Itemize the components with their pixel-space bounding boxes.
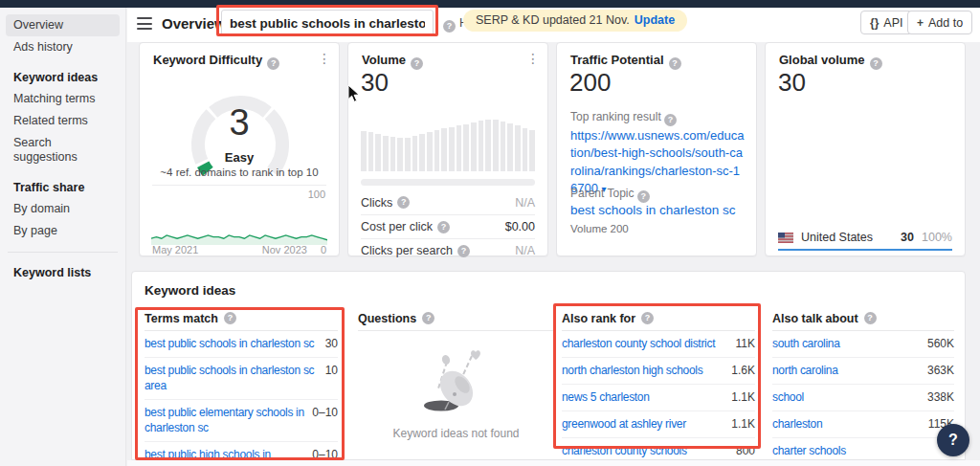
sidebar-item-keyword-ideas: Keyword ideas xyxy=(6,67,120,88)
volume-value: 30 xyxy=(361,68,389,98)
keyword-ideas-panel: Keyword ideas Terms match?best public sc… xyxy=(131,271,966,460)
volume-bar xyxy=(479,121,484,171)
keyword-link[interactable]: south carolina xyxy=(772,336,927,351)
keyword-difficulty-card: Keyword Difficulty? ⋮ 3 Easy ~4 ref. dom… xyxy=(139,42,340,256)
help-icon[interactable]: ? xyxy=(637,190,650,203)
help-fab-button[interactable]: ? xyxy=(937,424,969,456)
keyword-link[interactable]: charleston xyxy=(772,416,928,432)
add-to-button[interactable]: +Add to xyxy=(907,11,972,34)
help-icon[interactable]: ? xyxy=(437,221,450,233)
kd-score: 3 xyxy=(140,102,339,144)
global-volume-card: Global volume? 30 United States 30 100% xyxy=(765,42,966,256)
help-icon[interactable]: ? xyxy=(224,312,236,324)
keyword-search-input[interactable] xyxy=(221,10,434,36)
keyword-volume: 1.1K xyxy=(731,416,755,431)
kd-history-sparkline xyxy=(151,219,327,246)
volume-card-title: Volume xyxy=(362,53,406,67)
help-icon[interactable]: ? xyxy=(864,312,877,324)
traffic-potential-card: Traffic Potential? 200 Top ranking resul… xyxy=(556,42,757,256)
keyword-row: best public schools in charleston sc30 xyxy=(145,331,338,358)
keyword-row: charter schools xyxy=(772,438,954,460)
help-icon[interactable]: ? xyxy=(457,245,470,257)
api-button[interactable]: {}API xyxy=(860,11,913,34)
kd-level-label: Easy xyxy=(140,150,339,165)
keyword-row: greenwood at ashley river1.1K xyxy=(562,411,755,438)
tp-value: 200 xyxy=(569,68,611,98)
volume-bar xyxy=(501,122,506,171)
kebab-menu-icon[interactable]: ⋮ xyxy=(318,51,331,66)
volume-bar xyxy=(463,124,469,171)
volume-metrics-list: Clicks?N/ACost per click?$0.00Clicks per… xyxy=(361,190,535,262)
keyword-link[interactable]: charter schools xyxy=(772,443,954,458)
keyword-volume: 30 xyxy=(325,336,338,350)
keyword-volume: 1.1K xyxy=(731,389,755,404)
empty-state-message: Keyword ideas not found xyxy=(358,427,554,440)
bird-digging-illustration xyxy=(412,346,501,415)
volume-bar xyxy=(419,134,425,171)
volume-history-bar-chart xyxy=(361,106,535,171)
kd-ref-domains-note: ~4 ref. domains to rank in top 10 xyxy=(140,166,339,178)
sidebar-item-by-domain[interactable]: By domain xyxy=(6,198,120,220)
volume-bar xyxy=(515,125,521,171)
keyword-link[interactable]: best public schools in charleston sc xyxy=(145,336,325,351)
keyword-row: best public elementary schools in charle… xyxy=(145,400,338,442)
keyword-row: best public schools in charleston sc are… xyxy=(145,358,338,400)
help-icon[interactable]: ? xyxy=(411,57,423,70)
keyword-volume: 10 xyxy=(325,363,338,377)
keyword-volume: 363K xyxy=(927,363,954,377)
page-header: Overview ?Ho SERP & KD updated 21 Nov.Up… xyxy=(127,8,980,42)
sidebar-item-by-page[interactable]: By page xyxy=(6,220,120,242)
keyword-row: charleston county schools800 xyxy=(562,438,755,460)
gv-value: 30 xyxy=(778,68,806,98)
keyword-row: charleston115K xyxy=(772,411,954,438)
keyword-volume: 560K xyxy=(927,336,954,350)
keyword-link[interactable]: news 5 charleston xyxy=(562,389,731,405)
keyword-link[interactable]: north carolina xyxy=(772,363,927,378)
braces-icon: {} xyxy=(870,16,879,30)
volume-bar xyxy=(471,122,477,171)
parent-topic-link[interactable]: best schools in charleston sc xyxy=(570,203,736,217)
update-link[interactable]: Update xyxy=(635,13,675,27)
keyword-link[interactable]: best public high schools in charleston s… xyxy=(145,447,312,460)
sidebar-item-related-terms[interactable]: Related terms xyxy=(6,110,120,132)
volume-card: Volume? ⋮ 30 Clicks?N/ACost per click?$0… xyxy=(347,42,548,256)
keyword-row: north carolina363K xyxy=(772,358,954,385)
window-bottom-edge xyxy=(127,460,980,466)
volume-bar xyxy=(383,136,389,171)
help-icon[interactable]: ? xyxy=(669,57,681,70)
keyword-link[interactable]: charleston county school district xyxy=(562,336,736,351)
gv-card-title: Global volume xyxy=(779,53,865,67)
metric-row-cost-per-click: Cost per click?$0.00 xyxy=(361,214,535,238)
metric-label: Cost per click xyxy=(361,220,433,233)
keyword-link[interactable]: best public elementary schools in charle… xyxy=(145,405,312,435)
keyword-link[interactable]: school xyxy=(772,389,927,405)
parent-topic-label: Parent Topic xyxy=(570,187,635,200)
sidebar-item-ads-history[interactable]: Ads history xyxy=(6,36,120,58)
help-icon[interactable]: ? xyxy=(267,57,279,70)
keyword-link[interactable]: greenwood at ashley river xyxy=(562,416,731,432)
keyword-link[interactable]: north charleston high schools xyxy=(562,363,731,378)
sidebar-item-search-suggestions[interactable]: Search suggestions xyxy=(6,132,120,168)
keyword-link[interactable]: charleston county schools xyxy=(562,443,736,458)
column-header-label: Terms match xyxy=(145,312,218,325)
keyword-row: north charleston high schools1.6K xyxy=(562,358,755,385)
help-icon[interactable]: ? xyxy=(422,312,434,324)
help-icon[interactable]: ? xyxy=(397,196,410,209)
hamburger-menu-icon[interactable] xyxy=(137,17,152,30)
sidebar-nav-list: OverviewAds historyKeyword ideasMatching… xyxy=(6,14,120,283)
column-header-label: Also talk about xyxy=(772,312,858,325)
sidebar-item-matching-terms[interactable]: Matching terms xyxy=(6,88,120,110)
help-icon[interactable]: ? xyxy=(641,312,654,324)
sidebar-item-keyword-lists: Keyword lists xyxy=(6,262,120,283)
keyword-column-terms-match: Terms match?best public schools in charl… xyxy=(145,306,338,460)
plus-icon: + xyxy=(917,16,924,30)
kebab-menu-icon[interactable]: ⋮ xyxy=(526,51,540,66)
help-icon[interactable]: ? xyxy=(664,114,677,126)
empty-state: Keyword ideas not found xyxy=(358,331,554,440)
volume-bar xyxy=(390,137,396,171)
keyword-link[interactable]: best public schools in charleston sc are… xyxy=(145,363,325,393)
metric-value: $0.00 xyxy=(505,220,535,233)
keyword-column-questions: Questions? Keyword ideas not found xyxy=(358,306,554,440)
help-icon[interactable]: ? xyxy=(870,57,882,70)
sidebar-item-overview[interactable]: Overview xyxy=(6,14,120,36)
